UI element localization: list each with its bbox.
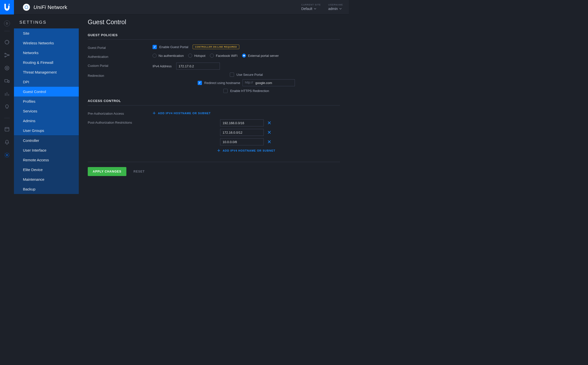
checkbox-enable-https-redirect[interactable]	[223, 89, 228, 93]
sidebar-item-admins[interactable]: Admins	[14, 116, 79, 126]
page-content: Guest Control GUEST POLICIES Guest Porta…	[79, 14, 349, 217]
sidebar-item-backup[interactable]: Backup	[14, 184, 79, 194]
apply-changes-button[interactable]: APPLY CHANGES	[88, 167, 126, 176]
plus-icon: +	[217, 148, 221, 153]
settings-icon[interactable]	[4, 152, 10, 158]
brand-title: UniFi Network	[33, 4, 67, 10]
sidebar-item-profiles[interactable]: Profiles	[14, 96, 79, 106]
alerts-icon[interactable]	[4, 139, 10, 145]
radio-icon	[188, 54, 192, 58]
settings-sidebar: SETTINGS SiteWireless NetworksNetworksRo…	[14, 14, 79, 217]
sidebar-item-threat-management[interactable]: Threat Management	[14, 67, 79, 77]
restriction-row: ✕	[220, 129, 272, 136]
ubiquiti-icon	[3, 3, 10, 11]
svg-point-2	[8, 55, 9, 56]
checkbox-enable-guest-portal[interactable]	[153, 45, 157, 49]
reset-button[interactable]: RESET	[133, 170, 145, 173]
badge-controller-online: CONTROLLER ON-LINE REQUIRED	[193, 45, 239, 49]
label-custom-portal: Custom Portal	[88, 63, 153, 68]
sidebar-item-networks[interactable]: Networks	[14, 48, 79, 58]
radio-label: External portal server	[248, 54, 279, 58]
radio-hotspot[interactable]: Hotspot	[188, 54, 205, 58]
label-redirection: Redirection	[88, 73, 153, 78]
input-redirect-hostname[interactable]	[243, 79, 295, 86]
brand-logo[interactable]	[0, 0, 14, 14]
input-restriction[interactable]	[220, 129, 264, 136]
checkbox-label: Enable Guest Portal	[159, 45, 188, 49]
sidebar-item-routing-firewall[interactable]: Routing & Firewall	[14, 58, 79, 67]
remove-restriction-button[interactable]: ✕	[266, 139, 272, 145]
section-guest-policies: GUEST POLICIES	[88, 33, 340, 40]
svg-point-1	[5, 56, 6, 57]
current-site-selector[interactable]: CURRENT SITE Default	[301, 3, 321, 11]
divider	[4, 31, 10, 31]
radio-external-portal-server[interactable]: External portal server	[242, 54, 279, 58]
insights-icon[interactable]	[4, 104, 10, 110]
svg-point-4	[6, 67, 8, 69]
remove-restriction-button[interactable]: ✕	[266, 129, 272, 135]
sidebar-item-elite-device[interactable]: Elite Device	[14, 165, 79, 175]
input-ipv4-address[interactable]	[176, 63, 220, 70]
radio-label: Hotspot	[194, 54, 205, 58]
add-post-auth-button[interactable]: +ADD IPV4 HOSTNAME OR SUBNET	[217, 148, 275, 153]
sidebar-title: SETTINGS	[14, 20, 79, 28]
stats-icon[interactable]	[4, 91, 10, 97]
label-pre-auth: Pre-Authorization Access	[88, 110, 153, 115]
radio-label: Facebook WiFi	[216, 54, 238, 58]
chevron-down-icon	[314, 7, 316, 10]
label-ipv4-address: IPv4 Address	[153, 64, 172, 68]
svg-point-8	[6, 154, 8, 156]
checkbox-label: Redirect using hostname	[204, 81, 240, 85]
svg-rect-7	[5, 127, 9, 131]
sidebar-item-user-groups[interactable]: User Groups	[14, 126, 79, 135]
svg-point-0	[5, 53, 6, 54]
add-pre-auth-button[interactable]: + ADD IPV4 HOSTNAME OR SUBNET	[153, 110, 211, 116]
svg-point-3	[5, 66, 9, 70]
input-restriction[interactable]	[220, 138, 264, 145]
sidebar-item-guest-control[interactable]: Guest Control	[14, 87, 79, 96]
top-header: UniFi Network CURRENT SITE Default USERN…	[14, 0, 349, 14]
plus-icon: +	[153, 110, 156, 116]
remove-restriction-button[interactable]: ✕	[266, 120, 272, 126]
section-access-control: ACCESS CONTROL	[88, 99, 340, 105]
radio-no-authentication[interactable]: No authentication	[153, 54, 184, 58]
sidebar-item-site[interactable]: Site	[14, 28, 79, 38]
radio-icon	[210, 54, 214, 58]
restriction-row: ✕	[220, 138, 272, 145]
radio-icon	[242, 54, 246, 58]
checkbox-label: Use Secure Portal	[237, 73, 263, 77]
sidebar-item-services[interactable]: Services	[14, 106, 79, 116]
restriction-row: ✕	[220, 119, 272, 126]
sidebar-item-controller[interactable]: Controller	[14, 136, 79, 145]
svg-rect-5	[5, 80, 8, 82]
username-selector[interactable]: USERNAME admin	[328, 3, 343, 11]
sidebar-item-wireless-networks[interactable]: Wireless Networks	[14, 38, 79, 48]
label-post-auth: Post-Authorization Restrictions	[88, 119, 153, 124]
chevron-down-icon	[339, 7, 342, 10]
svg-rect-6	[8, 81, 9, 83]
sidebar-item-dpi[interactable]: DPI	[14, 77, 79, 87]
radio-label: No authentication	[159, 54, 184, 58]
dashboard-icon[interactable]	[4, 39, 10, 45]
checkbox-label: Enable HTTPS Redirection	[230, 89, 269, 93]
events-icon[interactable]	[4, 126, 10, 132]
radio-facebook-wifi[interactable]: Facebook WiFi	[210, 54, 238, 58]
sidebar-item-maintenance[interactable]: Maintenance	[14, 175, 79, 184]
product-icon	[23, 4, 30, 11]
label-guest-portal: Guest Portal	[88, 45, 153, 50]
topology-icon[interactable]	[4, 52, 10, 58]
sidebar-item-remote-access[interactable]: Remote Access	[14, 155, 79, 165]
nav-rail: D	[0, 0, 14, 217]
divider	[4, 118, 10, 118]
sidebar-item-user-interface[interactable]: User Interface	[14, 145, 79, 155]
checkbox-use-secure-portal[interactable]	[230, 73, 234, 77]
label-authentication: Authentication	[88, 54, 153, 59]
devices-icon[interactable]	[4, 78, 10, 84]
checkbox-redirect-hostname[interactable]	[198, 81, 202, 85]
map-icon[interactable]	[4, 65, 10, 71]
page-title: Guest Control	[88, 18, 340, 26]
radio-icon	[153, 54, 157, 58]
input-restriction[interactable]	[220, 119, 264, 126]
site-badge[interactable]: D	[4, 20, 10, 26]
